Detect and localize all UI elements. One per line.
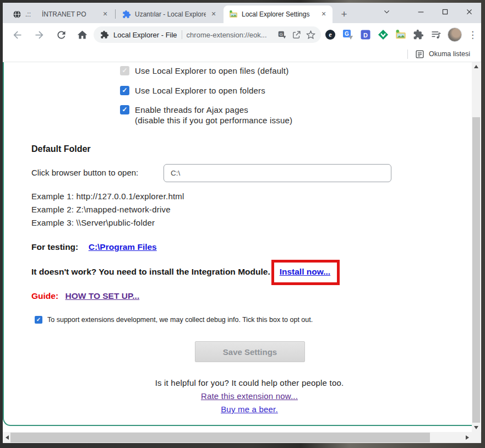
option-open-folders: ✓ Use Local Explorer to open folders [120,86,265,95]
omnibox-separator [182,30,182,39]
close-tab-icon[interactable]: × [209,10,218,19]
google-translate-extension-icon[interactable]: G [342,29,353,41]
scroll-up-arrow[interactable] [472,62,481,71]
debug-optout-label[interactable]: To support extensions development, we ma… [47,316,313,324]
svg-text:G: G [345,31,349,37]
example-line-2: Example 2: Z:\mapped-network-drive [31,205,171,214]
guide-label: Guide: [31,291,58,301]
checkbox-open-folders[interactable]: ✓ [120,86,129,95]
globe-icon [13,10,21,19]
scroll-right-arrow[interactable] [463,433,472,442]
close-window-button[interactable] [457,3,481,20]
vertical-scrollbar[interactable] [472,62,481,432]
testing-row: For testing: C:\Program Files [31,242,157,252]
checkbox-debug-optout[interactable]: ✓ [35,316,42,324]
url-text[interactable]: chrome-extension://eok... [187,31,274,39]
default-folder-input[interactable] [164,164,391,182]
d-extension-icon[interactable]: D [359,29,371,41]
svg-text:e: e [329,31,332,39]
option-label[interactable]: Use Local Explorer to open files (defaul… [135,66,288,75]
checkbox-open-files[interactable]: ✓ [120,66,129,75]
default-folder-heading: Default Folder [31,144,91,154]
horizontal-scroll-thumb[interactable] [10,433,430,442]
back-button[interactable] [9,27,25,42]
extension-puzzle-icon [100,30,109,39]
option-label[interactable]: Use Local Explorer to open folders [135,86,265,95]
example-line-3: Example 3: \\Server\public-folder [31,218,155,227]
integration-row: It doesn't work? You need to install the… [31,259,384,285]
translate-icon[interactable]: G [277,30,287,40]
reading-list-icon [415,50,424,59]
rate-extension-link[interactable]: Rate this extension now... [201,391,298,401]
install-now-link[interactable]: Install now... [280,267,330,276]
integration-text: It doesn't work? You need to install the… [31,267,270,277]
window-controls [374,3,481,20]
new-tab-button[interactable]: + [337,7,351,21]
svg-text:D: D [363,32,368,39]
tab-search-chevron-icon[interactable] [374,3,399,20]
close-tab-icon[interactable]: × [319,10,328,19]
browser-window: .:: İNTRANET PO × Uzantılar - Local Expl… [3,3,481,443]
extensions-menu-puzzle-icon[interactable] [412,29,424,41]
tab-title: Uzantılar - Local Explorer [135,10,206,18]
install-now-highlight-box: Install now... [271,260,340,285]
how-to-set-up-link[interactable]: HOW TO SET UP... [66,291,140,301]
scroll-down-arrow[interactable] [472,423,481,432]
green-diamond-extension-icon[interactable] [377,29,389,41]
tab-strip: .:: İNTRANET PO × Uzantılar - Local Expl… [3,3,481,23]
tab-separator [115,9,116,19]
profile-avatar[interactable] [448,28,462,42]
tab-title: .:: İNTRANET PO [25,10,97,18]
option-note: (disable this if you got performance iss… [135,116,292,125]
tab-extensions[interactable]: Uzantılar - Local Explorer × [117,6,222,23]
vertical-scroll-thumb[interactable] [472,117,480,423]
bookmarks-separator [407,50,408,59]
option-label[interactable]: Enable threads for Ajax pages [135,105,248,114]
browser-menu-icon[interactable]: ⋮ [468,29,477,41]
example-line-1: Example 1: http://127.0.0.1/explorer.htm… [31,192,184,201]
option-ajax-threads: ✓ Enable threads for Ajax pages (disable… [120,105,292,125]
bookmarks-bar: Okuma listesi [3,46,481,62]
option-open-files: ✓ Use Local Explorer to open files (defa… [120,66,288,75]
buy-me-a-beer-link[interactable]: Buy me a beer. [221,405,278,414]
puzzle-icon [122,10,131,19]
checkbox-ajax-threads[interactable]: ✓ [120,105,129,114]
share-icon[interactable] [292,30,301,40]
reload-button[interactable] [53,27,69,42]
browser-toolbar: Local Explorer - File chrome-extension:/… [3,23,481,46]
guide-row: Guide: HOW TO SET UP... [31,291,139,301]
playlist-extension-icon[interactable] [430,29,442,41]
testing-label: For testing: [31,242,78,252]
extension-name-label: Local Explorer - File [113,31,177,39]
save-settings-button[interactable]: Save Settings [195,341,305,362]
tab-local-explorer-settings[interactable]: Local Explorer Settings × [224,6,333,23]
maximize-button[interactable] [433,3,457,20]
extensions-row: e G D [321,27,477,42]
debug-optout-row: ✓ To support extensions development, we … [35,316,313,324]
forward-button[interactable] [31,27,47,42]
tab-intranet[interactable]: .:: İNTRANET PO × [7,6,114,23]
home-button[interactable] [74,27,90,42]
settings-page: ✓ Use Local Explorer to open files (defa… [3,62,472,426]
minimize-button[interactable] [408,3,433,20]
close-tab-icon[interactable]: × [101,10,110,19]
tab-title: Local Explorer Settings [242,10,316,18]
reading-list-label[interactable]: Okuma listesi [429,50,470,58]
local-explorer-extension-icon[interactable] [395,29,406,41]
footer-text: Is it helpful for you? It could help oth… [4,378,472,387]
e-extension-icon[interactable]: e [324,29,336,41]
horizontal-scrollbar[interactable] [3,432,481,443]
program-files-link[interactable]: C:\Program Files [89,242,157,252]
bookmark-star-icon[interactable] [306,30,315,40]
page-viewport: ✓ Use Local Explorer to open files (defa… [3,62,481,432]
address-bar[interactable]: Local Explorer - File chrome-extension:/… [94,26,321,43]
local-explorer-icon [229,10,238,19]
svg-text:G: G [280,31,283,36]
default-folder-label: Click browser button to open: [31,168,138,177]
